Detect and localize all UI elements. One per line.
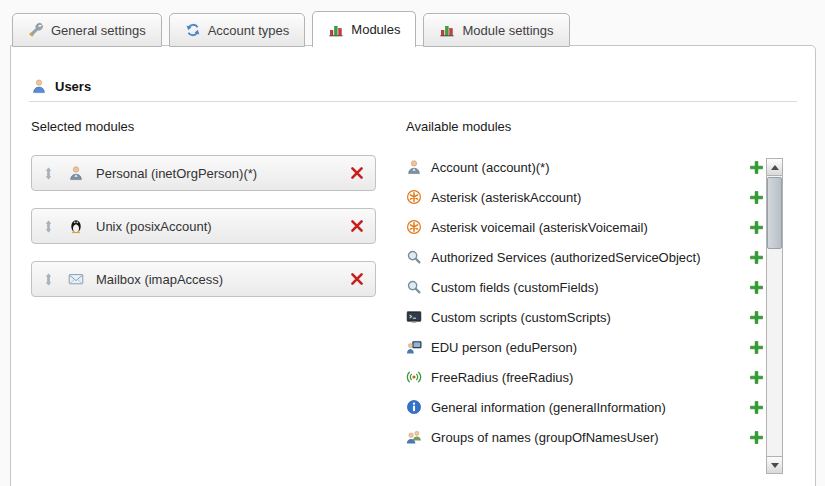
module-label: Mailbox (imapAccess) (96, 272, 223, 287)
available-module-freeradius: FreeRadius (freeRadius) (406, 369, 764, 385)
module-label: Personal (inetOrgPerson)(*) (96, 166, 257, 181)
module-label: Unix (posixAccount) (96, 219, 212, 234)
available-module-general-information: General information (generalInformation) (406, 399, 764, 415)
chart-icon (328, 22, 344, 38)
tab-module-settings[interactable]: Module settings (423, 13, 569, 47)
tab-label: General settings (51, 23, 146, 38)
triangle-up-icon (771, 165, 779, 170)
magnifier-icon (406, 249, 422, 265)
scroll-up-button[interactable] (767, 159, 782, 176)
modules-panel: Users Selected modules Personal (inetOrg… (10, 45, 816, 486)
tab-modules[interactable]: Modules (312, 11, 416, 47)
module-label: FreeRadius (freeRadius) (431, 370, 573, 385)
available-module-asterisk-voicemail: Asterisk voicemail (asteriskVoicemail) (406, 219, 764, 235)
person-icon (68, 165, 84, 181)
remove-module-icon[interactable] (349, 165, 365, 181)
module-label: Asterisk voicemail (asteriskVoicemail) (431, 220, 648, 235)
asterisk-icon (406, 219, 422, 235)
module-label: Account (account)(*) (431, 160, 550, 175)
selected-module-mailbox[interactable]: Mailbox (imapAccess) (31, 261, 376, 297)
person-icon (406, 159, 422, 175)
selected-modules-column: Selected modules Personal (inetOrgPerson… (31, 119, 406, 459)
tab-account-types[interactable]: Account types (169, 13, 306, 47)
group-icon (406, 429, 422, 445)
terminal-icon (406, 309, 422, 325)
tab-general-settings[interactable]: General settings (12, 13, 162, 47)
selected-modules-label: Selected modules (31, 119, 406, 134)
module-label: Custom fields (customFields) (431, 280, 599, 295)
remove-module-icon[interactable] (349, 218, 365, 234)
drag-handle-icon[interactable] (42, 220, 55, 233)
add-module-icon[interactable] (749, 220, 764, 235)
module-label: Custom scripts (customScripts) (431, 310, 611, 325)
available-module-edu-person: EDU person (eduPerson) (406, 339, 764, 355)
available-module-custom-fields: Custom fields (customFields) (406, 279, 764, 295)
asterisk-icon (406, 189, 422, 205)
module-label: Authorized Services (authorizedServiceOb… (431, 250, 701, 265)
selected-module-personal[interactable]: Personal (inetOrgPerson)(*) (31, 155, 376, 191)
user-icon (31, 78, 47, 94)
add-module-icon[interactable] (749, 190, 764, 205)
triangle-down-icon (771, 463, 779, 468)
edu-person-icon (406, 339, 422, 355)
add-module-icon[interactable] (749, 400, 764, 415)
tab-label: Modules (351, 22, 400, 37)
info-icon (406, 399, 422, 415)
drag-handle-icon[interactable] (42, 167, 55, 180)
available-module-groups-of-names: Groups of names (groupOfNamesUser) (406, 429, 764, 445)
available-module-custom-scripts: Custom scripts (customScripts) (406, 309, 764, 325)
section-title: Users (55, 79, 91, 94)
add-module-icon[interactable] (749, 340, 764, 355)
module-label: Asterisk (asteriskAccount) (431, 190, 581, 205)
remove-module-icon[interactable] (349, 271, 365, 287)
available-module-asterisk: Asterisk (asteriskAccount) (406, 189, 764, 205)
add-module-icon[interactable] (749, 160, 764, 175)
tab-bar: General settings Account types Modules M… (12, 11, 570, 47)
selected-module-unix[interactable]: Unix (posixAccount) (31, 208, 376, 244)
tab-label: Module settings (462, 23, 553, 38)
scrollbar-thumb[interactable] (767, 177, 782, 249)
users-section-header: Users (31, 78, 815, 94)
add-module-icon[interactable] (749, 430, 764, 445)
add-module-icon[interactable] (749, 310, 764, 325)
tab-label: Account types (208, 23, 290, 38)
divider (29, 101, 797, 102)
mail-icon (68, 271, 84, 287)
module-label: General information (generalInformation) (431, 400, 666, 415)
available-modules-column: Available modules Account (account)(*) A… (406, 119, 815, 459)
available-module-authorized-services: Authorized Services (authorizedServiceOb… (406, 249, 764, 265)
scrollbar-track[interactable] (767, 176, 782, 456)
add-module-icon[interactable] (749, 280, 764, 295)
penguin-icon (68, 218, 84, 234)
available-modules-list: Account (account)(*) Asterisk (asteriskA… (406, 159, 815, 445)
available-modules-label: Available modules (406, 119, 815, 134)
module-label: Groups of names (groupOfNamesUser) (431, 430, 659, 445)
chart-icon (439, 22, 455, 38)
add-module-icon[interactable] (749, 370, 764, 385)
drag-handle-icon[interactable] (42, 273, 55, 286)
add-module-icon[interactable] (749, 250, 764, 265)
available-modules-scrollbar[interactable] (766, 158, 783, 474)
modules-columns: Selected modules Personal (inetOrgPerson… (31, 119, 815, 459)
magnifier-icon (406, 279, 422, 295)
antenna-icon (406, 369, 422, 385)
wrench-icon (28, 22, 44, 38)
scroll-down-button[interactable] (767, 456, 782, 473)
module-label: EDU person (eduPerson) (431, 340, 577, 355)
available-module-account: Account (account)(*) (406, 159, 764, 175)
refresh-icon (185, 22, 201, 38)
